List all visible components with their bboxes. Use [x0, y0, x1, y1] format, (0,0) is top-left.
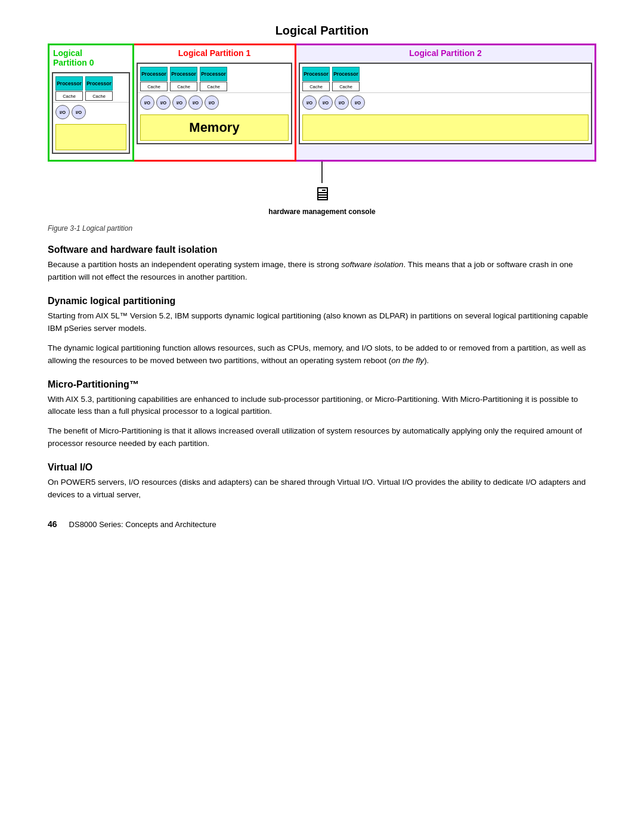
processor-box: Processor [302, 67, 330, 81]
io-circle: I/O [140, 95, 154, 110]
lp2-proc-0: Processor Cache [302, 67, 330, 91]
lp2-header: Logical Partition 2 [296, 45, 595, 60]
io-circle: I/O [156, 95, 171, 110]
processor-box: Processor [85, 76, 113, 91]
cache-box: Cache [85, 91, 113, 101]
section-para-vio-0: On POWER5 servers, I/O resources (disks … [48, 476, 596, 501]
lp1-proc-1: Processor Cache [170, 67, 197, 91]
lp1-inner-box: Processor Cache Processor Cache Processo… [137, 63, 292, 144]
io-circle: I/O [188, 95, 203, 110]
console-area: 🖥 hardware management console [48, 162, 596, 222]
lp1-header: Logical Partition 1 [134, 45, 295, 60]
section-heading-dlpar: Dynamic logical partitioning [48, 296, 596, 306]
partition-lp2: Logical Partition 2 Processor Cache Proc… [295, 44, 596, 162]
processor-box: Processor [140, 67, 168, 81]
cache-box: Cache [332, 82, 360, 91]
partition-lp0: LogicalPartition 0 Processor Cache Proce… [48, 44, 134, 162]
diagram-title: Logical Partition [48, 24, 596, 38]
io-circle: I/O [205, 95, 219, 110]
lp0-io-row: I/O I/O [53, 102, 129, 122]
page-number: 46 [48, 519, 57, 529]
section-para-dlpar-1: The dynamic logical partitioning functio… [48, 342, 596, 367]
section-para-fault-0: Because a partition hosts an independent… [48, 259, 596, 284]
io-circle: I/O [72, 105, 86, 119]
processor-box: Processor [55, 76, 83, 91]
lp2-io-row: I/O I/O I/O I/O [300, 92, 591, 112]
lp0-memory [55, 124, 126, 150]
partitions-container: LogicalPartition 0 Processor Cache Proce… [48, 44, 596, 162]
lp0-proc-row: Processor Cache Processor Cache [53, 73, 129, 102]
section-heading-fault: Software and hardware fault isolation [48, 244, 596, 255]
lp0-header: LogicalPartition 0 [49, 45, 132, 70]
lp1-io-row: I/O I/O I/O I/O I/O [138, 92, 291, 112]
lp2-proc-row: Processor Cache Processor Cache [300, 64, 591, 92]
cache-box: Cache [55, 91, 83, 101]
lp1-proc-row: Processor Cache Processor Cache Processo… [138, 64, 291, 92]
lp1-proc-2: Processor Cache [200, 67, 227, 91]
cache-box: Cache [170, 82, 197, 91]
section-para-dlpar-0: Starting from AIX 5L™ Version 5.2, IBM s… [48, 310, 596, 335]
console-label: hardware management console [268, 208, 375, 216]
console-line [321, 162, 323, 183]
lp1-proc-0: Processor Cache [140, 67, 168, 91]
lp0-proc-0: Processor Cache [55, 76, 83, 101]
logical-partition-diagram: Logical Partition LogicalPartition 0 Pro… [48, 24, 596, 222]
section-para-micro-1: The benefit of Micro-Partitioning is tha… [48, 425, 596, 450]
lp0-proc-1: Processor Cache [85, 76, 113, 101]
book-title: DS8000 Series: Concepts and Architecture [69, 520, 216, 529]
section-para-micro-0: With AIX 5.3, partitioning capabilities … [48, 394, 596, 419]
monitor-icon: 🖥 [312, 183, 332, 205]
processor-box: Processor [200, 67, 227, 81]
lp2-memory [302, 114, 589, 141]
processor-box: Processor [332, 67, 360, 81]
section-heading-micro: Micro-Partitioning™ [48, 379, 596, 390]
lp0-inner-box: Processor Cache Processor Cache I/O I/O [52, 72, 130, 154]
io-circle: I/O [335, 95, 349, 110]
io-circle: I/O [55, 105, 70, 119]
partition-lp1: Logical Partition 1 Processor Cache Proc… [132, 44, 296, 162]
figure-caption: Figure 3-1 Logical partition [48, 224, 596, 233]
io-circle: I/O [351, 95, 365, 110]
lp2-inner-box: Processor Cache Processor Cache I/O I/O … [299, 63, 592, 144]
lp1-memory: Memory [140, 114, 289, 141]
io-circle: I/O [302, 95, 317, 110]
page-footer: 46 DS8000 Series: Concepts and Architect… [48, 519, 596, 529]
io-circle: I/O [318, 95, 333, 110]
cache-box: Cache [200, 82, 227, 91]
processor-box: Processor [170, 67, 197, 81]
lp2-proc-1: Processor Cache [332, 67, 360, 91]
cache-box: Cache [302, 82, 330, 91]
io-circle: I/O [172, 95, 187, 110]
cache-box: Cache [140, 82, 168, 91]
section-heading-vio: Virtual I/O [48, 462, 596, 473]
